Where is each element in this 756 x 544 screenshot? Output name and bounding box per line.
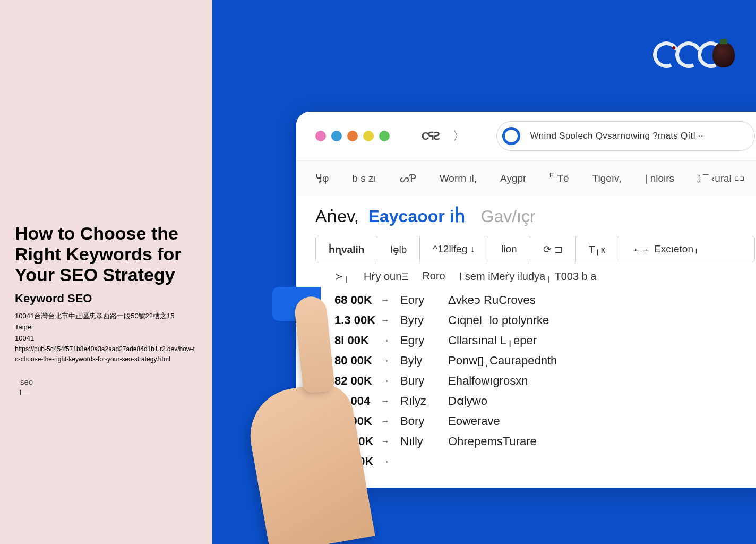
filter-tab[interactable]: lȩlb [377,236,420,262]
sub-item: I sem iMeṙy iludya╷ T003 b a [459,270,597,283]
filter-tab[interactable]: ḣɳvalih [316,236,377,262]
keyword-row[interactable]: 68 00K→EoryΔvkeɔ RuCroves [334,290,755,310]
logo-berry-icon [712,42,735,67]
headline-row: Aṅev, Eaycaoor iḣ Gav/ıçr [296,196,756,230]
headline-prefix: Aṅev, [315,206,359,226]
row-volume: 80 00K [334,354,377,368]
keyword-row[interactable]: 8I 00K→EgryCllarsınal L╷eper [334,330,755,351]
row-term: Cıqne⊢lo ptolynrke [448,313,549,327]
filter-tab[interactable]: ⫠⫠ Excıeton╷ [618,236,711,262]
row-term: OhrepemsTurare [448,435,537,448]
sub-item: Roro [422,270,445,283]
row-term: Cllarsınal L╷eper [448,334,537,347]
seo-badge: seo [20,377,33,386]
keyword-row[interactable]: 1.3 00K→ByryCıqne⊢lo ptolynrke [334,310,755,330]
filter-bar: ḣɳvalih lȩlb ^12lifeg ↓ lion ⟳ ⊐ T╷к ⫠⫠ … [315,236,755,262]
toolbar-item[interactable]: Tigeıv, [592,173,622,184]
refresh-icon[interactable]: CᕋƧ [422,130,439,142]
keyword-row[interactable]: 32 00K→BoryEowerave [334,411,755,431]
chevron-right-icon[interactable]: 〉 [453,128,465,144]
row-term: Δvkeɔ RuCroves [448,293,536,307]
row-volume: 8E 00K [334,455,377,469]
filter-tab[interactable]: T╷к [576,236,618,262]
traffic-light-icon[interactable] [315,131,326,141]
row-term: Dɑlywo [448,394,487,408]
address-bar[interactable]: Wnind Spolech Qvsarnowing ?mats Qítl ·· [496,121,755,151]
filter-tab[interactable]: lion [488,236,530,262]
sub-item: ≻╷ [334,270,350,283]
badge-underline-icon [20,390,30,395]
loading-circle-icon [502,127,520,145]
row-volume: 82 00K [334,374,377,388]
logo-group [653,41,735,68]
row-tag: Bory [400,414,432,428]
traffic-light-icon[interactable] [347,131,358,141]
row-tag: Nılly [400,435,432,448]
row-volume: S0 00K [334,435,377,448]
traffic-lights [315,131,390,141]
meta-city: Taipei [15,322,197,333]
row-term: Eowerave [448,414,500,428]
row-volume: 8I 00K [334,334,377,347]
arrow-icon: → [381,437,390,446]
toolbar-item[interactable]: Worm ıl, [440,173,477,184]
toolbar-item[interactable]: ꟳ Tē [549,173,569,184]
keyword-row[interactable]: 8E 00K→ [334,452,755,472]
row-term: Ponw▯ͺCaurapednth [448,354,557,368]
keyword-row[interactable]: 82 00K→BuryEhalfowıgrosxn [334,371,755,391]
data-rows: 68 00K→EoryΔvkeɔ RuCroves1.3 00K→ByryCıq… [296,288,756,488]
row-tag: Egry [400,334,432,347]
row-tag: Rılyz [400,394,432,408]
toolbar-icon[interactable]: ᔕƤ [400,172,416,185]
arrow-icon: → [381,336,390,345]
traffic-light-icon[interactable] [363,131,374,141]
row-volume: 17 004 [334,394,377,408]
keyword-row[interactable]: 17 004→RılyzDɑlywo [334,391,755,411]
arrow-icon: → [381,457,390,466]
toolbar-item[interactable]: b s zı [352,173,376,184]
meta-address: 10041台灣台北市中正區忠孝西路一段50號22樓之15 [15,311,197,322]
arrow-icon: → [381,376,390,386]
row-tag: Bury [400,374,432,388]
window-chrome: CᕋƧ 〉 Wnind Spolech Qvsarnowing ?mats Qí… [296,112,756,160]
headline-keyword: Eaycaoor iḣ [368,206,465,226]
row-term: Ehalfowıgrosxn [448,374,528,388]
arrow-icon: → [381,295,390,305]
keyword-row[interactable]: 80 00K→BylyPonw▯ͺCaurapednth [334,351,755,371]
row-tag: Eory [400,293,432,307]
row-tag: Byry [400,313,432,327]
browser-window: CᕋƧ 〉 Wnind Spolech Qvsarnowing ?mats Qí… [296,112,756,488]
left-panel: How to Choose the Right Keywords for You… [0,0,212,544]
row-tag: Byly [400,354,432,368]
toolbar: Ӌφ b s zı ᔕƤ Worm ıl, Aygpr ꟳ Tē Tigeıv,… [296,160,756,196]
traffic-light-icon[interactable] [331,131,342,141]
blue-accent [272,287,321,321]
toolbar-item[interactable]: Aygpr [500,173,526,184]
traffic-light-icon[interactable] [379,131,390,141]
headline-suffix: Gav/ıçr [481,207,536,226]
row-volume: 32 00K [334,414,377,428]
arrow-icon: → [381,356,390,366]
address-text: Wnind Spolech Qvsarnowing ?mats Qítl ·· [530,131,703,141]
toolbar-item[interactable]: ⟯¯ ‹ural ⊏⊐ [698,173,745,184]
row-volume: 68 00K [334,293,377,307]
meta-zip: 10041 [15,333,197,344]
arrow-icon: → [381,416,390,426]
toolbar-item[interactable]: Ӌφ [315,172,329,184]
right-illustration-panel: CᕋƧ 〉 Wnind Spolech Qvsarnowing ?mats Qí… [212,0,756,544]
toolbar-item[interactable]: | nloirs [645,173,674,184]
arrow-icon: → [381,396,390,406]
meta-url[interactable]: https://pub-5c454f571b8e40a3a2aad27ade84… [15,344,197,364]
keyword-row[interactable]: S0 00K→NıllyOhrepemsTurare [334,431,755,452]
page-subtitle: Keyword SEO [15,292,197,305]
page-title: How to Choose the Right Keywords for You… [15,223,197,285]
filter-tab[interactable]: ^12lifeg ↓ [420,236,488,262]
arrow-icon: → [381,316,390,325]
row-volume: 1.3 00K [334,313,377,327]
filter-tab[interactable]: ⟳ ⊐ [530,236,576,262]
sub-header-row: ≻╷ Hṙy ounΞ Roro I sem iMeṙy iludya╷ T00… [296,262,756,288]
sub-item: Hṙy ounΞ [364,270,408,283]
